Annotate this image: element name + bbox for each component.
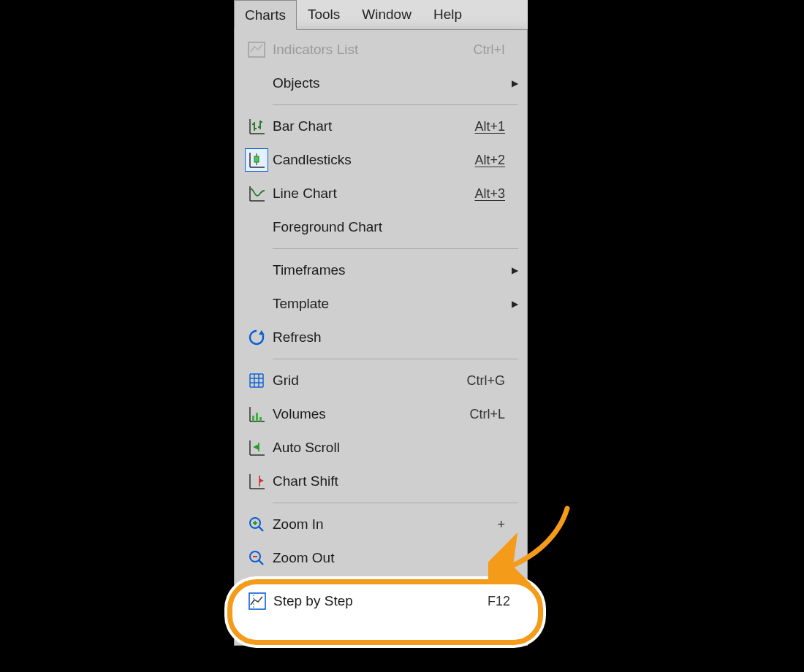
menu-item-accel: Ctrl+L xyxy=(454,407,505,422)
menu-item-label: Zoom Out xyxy=(273,550,454,566)
svg-rect-26 xyxy=(252,416,254,421)
menu-item-label: Grid xyxy=(273,373,454,389)
chartshift-icon xyxy=(246,470,268,492)
menu-item-refresh[interactable]: Refresh xyxy=(235,321,527,354)
menu-item-line[interactable]: Line ChartAlt+3 xyxy=(235,177,527,210)
svg-line-42 xyxy=(259,560,263,565)
submenu-arrow-icon: ▶ xyxy=(505,78,518,88)
menubar-label: Charts xyxy=(245,7,286,23)
menu-item-step-by-step[interactable]: Step by Step F12 xyxy=(232,584,538,618)
menu-item-label: Candlesticks xyxy=(273,152,454,168)
menu-item-label: Foreground Chart xyxy=(273,219,454,235)
menu-item-indicators: Indicators ListCtrl+I xyxy=(235,33,527,66)
menu-item-fg[interactable]: Foreground Chart xyxy=(235,210,527,244)
menu-item-grid[interactable]: GridCtrl+G xyxy=(235,364,527,397)
menu-item-chartshift[interactable]: Chart Shift xyxy=(235,465,527,498)
volumes-icon xyxy=(246,403,268,425)
menu-item-bar[interactable]: Bar ChartAlt+1 xyxy=(235,110,527,143)
svg-point-49 xyxy=(259,627,262,630)
menu-item-label: Objects xyxy=(273,75,454,91)
indicators-icon xyxy=(246,39,268,61)
svg-rect-27 xyxy=(256,413,258,421)
menu-item-accel: Alt+3 xyxy=(454,186,505,202)
zoomout-icon xyxy=(246,547,268,569)
menu-separator xyxy=(273,104,518,105)
menu-item-accel: F12 xyxy=(459,594,510,609)
refresh-icon xyxy=(246,327,268,348)
linechart-icon xyxy=(246,183,268,205)
menu-item-accel: - xyxy=(454,551,505,566)
menubar-label: Help xyxy=(433,7,462,23)
menu-item-label: Line Chart xyxy=(273,186,454,202)
charts-dropdown: Indicators ListCtrl+IObjects▶Bar ChartAl… xyxy=(234,30,528,646)
menu-item-label: Auto Scroll xyxy=(273,440,454,456)
submenu-arrow-icon: ▶ xyxy=(505,299,518,309)
window: Charts Tools Window Help Indicators List… xyxy=(234,0,528,646)
menu-item-accel: + xyxy=(454,517,505,532)
menu-item-volumes[interactable]: VolumesCtrl+L xyxy=(235,397,527,431)
menubar-item-charts[interactable]: Charts xyxy=(234,0,297,30)
menu-item-zoomin[interactable]: Zoom In+ xyxy=(235,508,527,541)
grid-icon xyxy=(246,370,268,392)
menu-item-zoomout[interactable]: Zoom Out- xyxy=(235,541,527,575)
autoscroll-icon xyxy=(246,437,268,459)
menu-separator xyxy=(273,359,518,359)
menu-item-template[interactable]: Template▶ xyxy=(235,287,527,321)
menu-item-timeframes[interactable]: Timeframes▶ xyxy=(235,253,527,287)
barchart-icon xyxy=(246,115,268,137)
step-icon xyxy=(246,590,268,612)
svg-marker-15 xyxy=(259,330,265,335)
menu-item-accel: Alt+2 xyxy=(454,153,505,168)
menu-item-label: Chart Shift xyxy=(273,473,454,489)
menu-item-label: Zoom In xyxy=(273,516,454,532)
menu-separator xyxy=(273,248,518,249)
menu-item-label: Bar Chart xyxy=(273,118,454,134)
menu-item-autoscroll[interactable]: Auto Scroll xyxy=(235,431,527,465)
svg-rect-28 xyxy=(259,417,262,421)
menubar-item-window[interactable]: Window xyxy=(351,0,422,29)
svg-rect-12 xyxy=(254,156,259,162)
menu-item-label: Step by Step xyxy=(273,593,459,609)
menubar-item-help[interactable]: Help xyxy=(422,0,473,29)
menubar-label: Window xyxy=(362,7,412,23)
menu-item-accel: Ctrl+G xyxy=(454,373,505,389)
menu-item-label: Template xyxy=(273,296,454,312)
menu-item-label: Timeframes xyxy=(273,262,454,278)
menu-item-accel: Alt+1 xyxy=(454,119,505,134)
menu-item-label: Refresh xyxy=(273,329,454,345)
menubar-label: Tools xyxy=(308,7,340,23)
menubar-item-tools[interactable]: Tools xyxy=(297,0,351,29)
menu-separator xyxy=(273,503,518,503)
svg-line-38 xyxy=(259,527,263,531)
menu-item-candle[interactable]: CandlesticksAlt+2 xyxy=(235,143,527,177)
svg-marker-31 xyxy=(253,444,259,450)
menu-item-label: Indicators List xyxy=(273,42,454,58)
candle-icon xyxy=(245,148,268,172)
svg-marker-36 xyxy=(259,478,264,483)
menu-item-accel: F8 xyxy=(454,618,505,633)
menu-item-label: Volumes xyxy=(273,406,454,422)
menubar: Charts Tools Window Help xyxy=(234,0,528,30)
submenu-arrow-icon: ▶ xyxy=(505,265,518,275)
menu-item-objects[interactable]: Objects▶ xyxy=(235,66,527,100)
menu-item-accel: Ctrl+I xyxy=(454,42,505,58)
menu-item-label: Properties... xyxy=(273,617,454,633)
zoomin-icon xyxy=(246,513,268,535)
